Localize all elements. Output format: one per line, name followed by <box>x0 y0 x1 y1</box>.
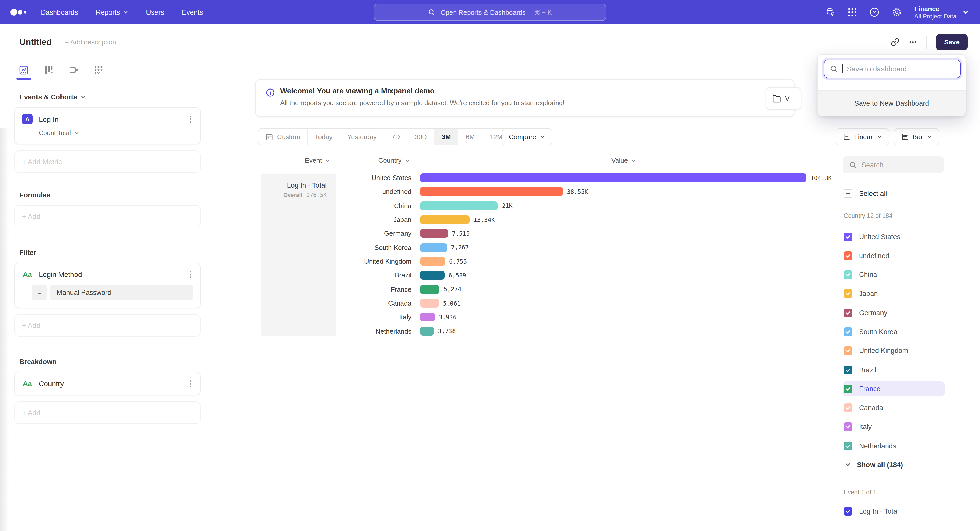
legend-checkbox[interactable] <box>844 507 853 515</box>
legend-item-netherlands[interactable]: Netherlands <box>843 438 945 454</box>
add-breakdown-button[interactable]: + Add <box>14 401 200 424</box>
bar-segment[interactable] <box>420 201 498 210</box>
legend-checkbox[interactable] <box>844 270 853 279</box>
select-all-checkbox[interactable] <box>844 189 853 198</box>
add-metric-button[interactable]: + Add Metric <box>14 151 200 173</box>
chart-type-selector[interactable]: Bar <box>894 128 939 145</box>
report-title[interactable]: Untitled <box>19 37 52 47</box>
legend-item-label: Germany <box>859 309 887 317</box>
column-header-value[interactable]: Value <box>611 157 636 164</box>
mixpanel-logo-icon[interactable] <box>10 8 30 16</box>
nav-item-events[interactable]: Events <box>182 8 203 16</box>
bar-segment[interactable] <box>420 173 807 182</box>
bar-segment[interactable] <box>420 313 434 322</box>
legend-item-france[interactable]: France <box>843 381 945 396</box>
nav-item-users[interactable]: Users <box>146 8 164 16</box>
legend-checkbox[interactable] <box>844 404 853 412</box>
legend-item-undefined[interactable]: undefined <box>843 248 945 263</box>
country-label: South Korea <box>338 244 411 252</box>
add-formula-button[interactable]: + Add <box>14 205 200 228</box>
legend-item-log-in-total[interactable]: Log In - Total <box>843 504 945 519</box>
event-series-cell[interactable]: Log In - Total Overall276.5K <box>261 174 336 336</box>
bar-segment[interactable] <box>420 285 440 294</box>
legend-checkbox[interactable] <box>844 366 853 374</box>
legend-item-germany[interactable]: Germany <box>843 305 945 320</box>
legend-item-china[interactable]: China <box>843 267 945 282</box>
save-dashboard-search-input[interactable]: Save to dashboard... <box>824 60 961 78</box>
legend-item-japan[interactable]: Japan <box>843 286 945 301</box>
legend-checkbox[interactable] <box>844 308 853 317</box>
bar-segment[interactable] <box>420 271 445 280</box>
legend-item-south-korea[interactable]: South Korea <box>843 324 945 339</box>
legend-search-input[interactable]: Search <box>843 156 944 173</box>
date-range-control: CustomTodayYesterday7D30D3M6M12M <box>258 128 511 145</box>
metric-event-name[interactable]: Log In <box>39 115 188 123</box>
bar-segment[interactable] <box>420 215 469 224</box>
column-header-country[interactable]: Country <box>378 157 410 164</box>
date-range-30d[interactable]: 30D <box>407 128 434 145</box>
bar-segment[interactable] <box>420 299 439 308</box>
bar-segment[interactable] <box>420 229 448 238</box>
legend-checkbox[interactable] <box>844 232 853 241</box>
legend-checkbox[interactable] <box>844 328 853 336</box>
filter-card[interactable]: Aa Login Method = Manual Password <box>14 263 200 308</box>
date-range-today[interactable]: Today <box>308 128 340 145</box>
nav-item-dashboards[interactable]: Dashboards <box>41 8 78 16</box>
date-range-custom[interactable]: Custom <box>258 128 308 145</box>
legend-checkbox[interactable] <box>844 347 853 355</box>
legend-item-united-states[interactable]: United States <box>843 229 945 244</box>
banner-action-button[interactable]: V <box>765 87 801 110</box>
metric-kebab-icon[interactable] <box>188 114 193 124</box>
add-filter-button[interactable]: + Add <box>14 314 200 337</box>
help-icon[interactable]: ? <box>870 7 880 17</box>
filter-value[interactable]: Manual Password <box>50 285 193 300</box>
date-range-6m[interactable]: 6M <box>458 128 483 145</box>
save-to-new-dashboard-button[interactable]: Save to New Dashboard <box>818 90 966 116</box>
tab-funnels-icon[interactable] <box>43 60 55 79</box>
project-switcher[interactable]: Finance All Project Data <box>915 5 969 20</box>
show-all-button[interactable]: Show all (184) <box>845 457 903 472</box>
legend-item-label: United States <box>859 233 900 241</box>
more-actions-icon[interactable] <box>908 38 917 46</box>
date-range-yesterday[interactable]: Yesterday <box>340 128 384 145</box>
global-search-button[interactable]: Open Reports & Dashboards ⌘ + K <box>374 3 606 21</box>
nav-item-reports[interactable]: Reports <box>96 8 128 16</box>
tab-retention-icon[interactable] <box>93 60 105 79</box>
legend-checkbox[interactable] <box>844 290 853 298</box>
settings-gear-icon[interactable] <box>892 7 902 17</box>
date-range-7d[interactable]: 7D <box>384 128 407 145</box>
legend-checkbox[interactable] <box>844 252 853 260</box>
metric-aggregation[interactable]: Count Total <box>39 130 193 137</box>
report-description-placeholder[interactable]: + Add description... <box>65 38 122 46</box>
tab-flows-icon[interactable] <box>68 60 80 79</box>
filter-operator[interactable]: = <box>32 285 47 300</box>
tab-insights-icon[interactable] <box>18 60 30 79</box>
date-range-3m[interactable]: 3M <box>434 128 458 145</box>
legend-checkbox[interactable] <box>844 442 853 450</box>
legend-item-brazil[interactable]: Brazil <box>843 362 945 377</box>
legend-item-canada[interactable]: Canada <box>843 400 945 415</box>
copy-link-icon[interactable] <box>891 38 899 46</box>
scale-selector[interactable]: Linear <box>835 128 889 145</box>
bar-segment[interactable] <box>420 327 434 336</box>
save-button[interactable]: Save <box>936 34 968 50</box>
legend-item-italy[interactable]: Italy <box>843 419 945 434</box>
select-all-row[interactable]: Select all <box>844 185 887 201</box>
legend-checkbox[interactable] <box>844 423 853 431</box>
compare-button[interactable]: Compare <box>502 128 552 145</box>
bar-segment[interactable] <box>420 243 447 252</box>
breakdown-property-name[interactable]: Country <box>39 379 188 388</box>
filter-property-name[interactable]: Login Method <box>39 270 188 279</box>
filter-kebab-icon[interactable] <box>188 269 193 279</box>
data-management-icon[interactable] <box>826 7 836 17</box>
breakdown-card[interactable]: Aa Country <box>14 372 200 395</box>
bar-segment[interactable] <box>420 257 445 266</box>
column-header-event[interactable]: Event <box>305 157 330 164</box>
apps-grid-icon[interactable] <box>848 8 857 17</box>
breakdown-kebab-icon[interactable] <box>188 379 193 389</box>
bar-segment[interactable] <box>420 187 563 196</box>
events-section-header[interactable]: Events & Cohorts <box>19 94 196 101</box>
legend-checkbox[interactable] <box>844 385 853 393</box>
legend-item-united-kingdom[interactable]: United Kingdom <box>843 343 945 358</box>
metric-card[interactable]: A Log In Count Total <box>14 107 200 144</box>
